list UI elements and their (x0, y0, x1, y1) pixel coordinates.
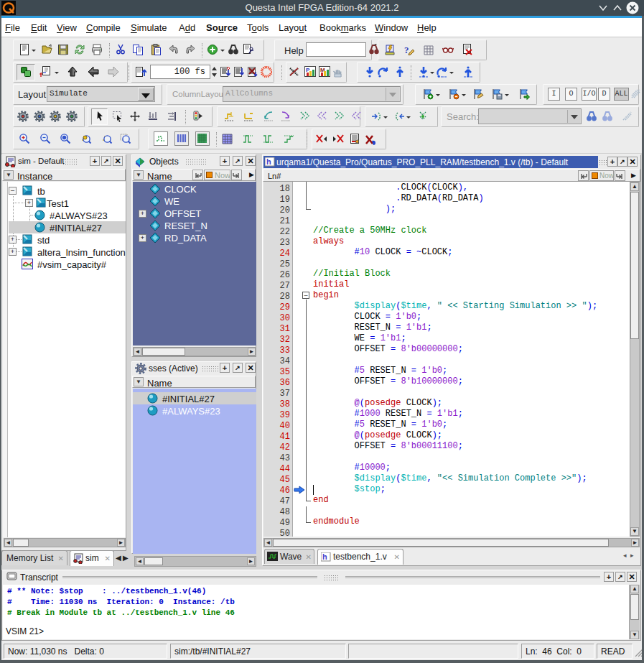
svg-text:h: h (322, 552, 327, 561)
svg-text:h: h (266, 157, 271, 166)
svg-text:?: ? (404, 45, 409, 55)
